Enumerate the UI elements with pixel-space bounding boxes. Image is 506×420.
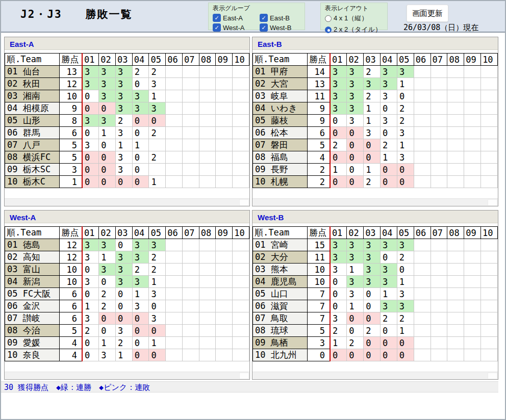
points-cell: 13 <box>308 78 330 90</box>
result-cell: 3 <box>347 66 364 78</box>
result-cell: 0 <box>115 288 132 300</box>
horizontal-scrollbar[interactable] <box>252 198 498 206</box>
result-cell <box>431 66 447 78</box>
column-header-round-04: 04 <box>132 54 149 66</box>
team-name-cell: 01 仙台 <box>5 66 60 78</box>
result-cell: 3 <box>347 78 364 90</box>
checkbox-east-b[interactable]: ✓East-B <box>260 14 300 22</box>
results-table: 順.Team勝点0102030405060708091001 仙台1333322… <box>5 53 249 188</box>
result-cell: 1 <box>149 337 166 349</box>
result-cell: 3 <box>330 78 347 90</box>
result-cell <box>233 276 249 288</box>
column-header-round-02: 02 <box>347 54 364 66</box>
horizontal-scrollbar[interactable] <box>252 372 498 379</box>
result-cell: 0 <box>397 264 414 276</box>
radio-layout-4-x-1[interactable]: 4 x 1（縦） <box>325 14 383 23</box>
result-cell <box>182 127 199 139</box>
result-cell: 0 <box>330 288 347 300</box>
team-row: 05 山形833200 <box>5 115 249 127</box>
result-cell <box>414 349 431 361</box>
column-header-round-03: 03 <box>364 227 381 239</box>
result-cell: 1 <box>397 78 414 90</box>
result-cell <box>447 325 464 337</box>
result-cell <box>447 90 464 102</box>
horizontal-scrollbar[interactable] <box>5 372 249 379</box>
checkbox-label: West-A <box>223 24 244 32</box>
result-cell: 3 <box>149 78 166 90</box>
result-cell <box>216 264 233 276</box>
result-cell: 3 <box>364 264 381 276</box>
result-cell <box>447 276 464 288</box>
result-cell: 2 <box>397 312 414 325</box>
result-cell <box>481 164 498 176</box>
result-cell <box>233 264 249 276</box>
column-header-round-03: 03 <box>364 54 381 66</box>
group-title: East-A <box>5 37 249 50</box>
result-cell <box>233 325 249 337</box>
result-cell: 3 <box>82 251 99 264</box>
team-row: 06 滋賀701033 <box>253 300 498 312</box>
result-cell: 0 <box>132 349 149 361</box>
team-name-cell: 03 富山 <box>5 264 60 276</box>
result-cell: 0 <box>115 239 132 251</box>
column-header-round-02: 02 <box>99 54 116 66</box>
points-cell: 10 <box>60 90 82 102</box>
result-cell: 0 <box>380 337 397 349</box>
team-row: 04 相模原900333 <box>5 102 249 115</box>
result-cell: 0 <box>347 151 364 164</box>
column-header-round-07: 07 <box>431 227 447 239</box>
result-cell: 0 <box>347 325 364 337</box>
points-cell: 1 <box>60 176 82 188</box>
checkbox-label: East-B <box>270 14 290 22</box>
column-header-round-08: 08 <box>199 227 216 239</box>
points-cell: 4 <box>60 337 82 349</box>
result-cell: 1 <box>115 349 132 361</box>
result-cell <box>199 337 216 349</box>
points-cell: 7 <box>308 300 330 312</box>
checkbox-west-b[interactable]: ✓West-B <box>260 23 300 32</box>
result-cell: 0 <box>115 312 132 325</box>
result-cell: 3 <box>364 251 381 264</box>
result-cell: 1 <box>99 337 116 349</box>
result-cell <box>199 264 216 276</box>
result-cell: 1 <box>149 176 166 188</box>
result-cell <box>166 251 183 264</box>
team-name-cell: 07 讃岐 <box>5 312 60 325</box>
result-cell <box>149 139 166 151</box>
result-cell <box>233 312 249 325</box>
points-cell: 10 <box>60 264 82 276</box>
result-cell: 3 <box>82 66 99 78</box>
result-cell: 0 <box>330 176 347 188</box>
result-cell: 0 <box>347 312 364 325</box>
checkbox-west-a[interactable]: ✓West-A <box>213 23 260 32</box>
radio-layout-2-x-2[interactable]: 2 x 2（タイル） <box>325 25 383 34</box>
horizontal-scrollbar[interactable] <box>5 198 249 206</box>
result-cell: 3 <box>99 90 116 102</box>
result-cell: 3 <box>364 276 381 288</box>
result-cell <box>431 164 447 176</box>
team-row: 03 岐阜1133230 <box>253 90 498 102</box>
result-cell <box>166 115 183 127</box>
result-cell: 0 <box>132 115 149 127</box>
points-cell: 5 <box>308 325 330 337</box>
result-cell <box>481 90 498 102</box>
result-cell <box>414 115 431 127</box>
result-cell: 3 <box>347 115 364 127</box>
result-cell <box>464 78 481 90</box>
column-header-team: 順.Team <box>253 54 308 66</box>
result-cell <box>216 239 233 251</box>
result-cell <box>481 300 498 312</box>
result-cell <box>481 139 498 151</box>
team-name-cell: 04 新潟 <box>5 276 60 288</box>
team-row: 06 金沢612030 <box>5 300 249 312</box>
team-name-cell: 09 長野 <box>253 164 308 176</box>
column-header-round-03: 03 <box>115 227 132 239</box>
refresh-button[interactable]: 画面更新 <box>407 5 448 22</box>
result-cell <box>464 300 481 312</box>
result-cell <box>431 239 447 251</box>
table-header-row: 順.Team勝点01020304050607080910 <box>253 227 498 239</box>
checkbox-east-a[interactable]: ✓East-A <box>213 14 260 22</box>
result-cell <box>447 239 464 251</box>
team-name-cell: 05 山口 <box>253 288 308 300</box>
column-header-team: 順.Team <box>253 227 308 239</box>
